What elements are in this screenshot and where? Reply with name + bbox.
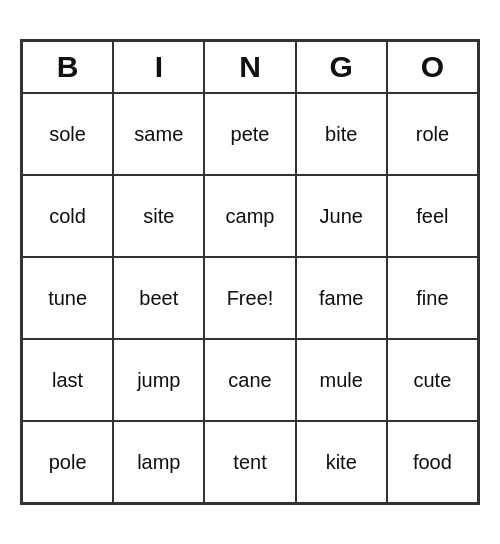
cell-4-0: pole <box>22 421 113 503</box>
cell-1-0: cold <box>22 175 113 257</box>
cell-3-3: mule <box>296 339 387 421</box>
cell-3-0: last <box>22 339 113 421</box>
bingo-card: BINGO solesamepetebiterolecoldsitecampJu… <box>20 39 480 505</box>
cell-2-2: Free! <box>204 257 295 339</box>
cell-0-1: same <box>113 93 204 175</box>
cell-3-1: jump <box>113 339 204 421</box>
cell-0-2: pete <box>204 93 295 175</box>
header-cell-o: O <box>387 41 478 93</box>
cell-1-4: feel <box>387 175 478 257</box>
data-row-4: polelamptentkitefood <box>22 421 478 503</box>
data-row-2: tunebeetFree!famefine <box>22 257 478 339</box>
header-cell-b: B <box>22 41 113 93</box>
cell-2-4: fine <box>387 257 478 339</box>
cell-0-0: sole <box>22 93 113 175</box>
header-cell-g: G <box>296 41 387 93</box>
cell-0-4: role <box>387 93 478 175</box>
header-row: BINGO <box>22 41 478 93</box>
cell-4-3: kite <box>296 421 387 503</box>
cell-2-0: tune <box>22 257 113 339</box>
cell-1-3: June <box>296 175 387 257</box>
cell-3-4: cute <box>387 339 478 421</box>
cell-4-1: lamp <box>113 421 204 503</box>
cell-2-3: fame <box>296 257 387 339</box>
cell-0-3: bite <box>296 93 387 175</box>
header-cell-n: N <box>204 41 295 93</box>
cell-1-2: camp <box>204 175 295 257</box>
cell-4-4: food <box>387 421 478 503</box>
cell-4-2: tent <box>204 421 295 503</box>
cell-2-1: beet <box>113 257 204 339</box>
data-row-0: solesamepetebiterole <box>22 93 478 175</box>
data-row-1: coldsitecampJunefeel <box>22 175 478 257</box>
cell-1-1: site <box>113 175 204 257</box>
cell-3-2: cane <box>204 339 295 421</box>
data-row-3: lastjumpcanemulecute <box>22 339 478 421</box>
header-cell-i: I <box>113 41 204 93</box>
